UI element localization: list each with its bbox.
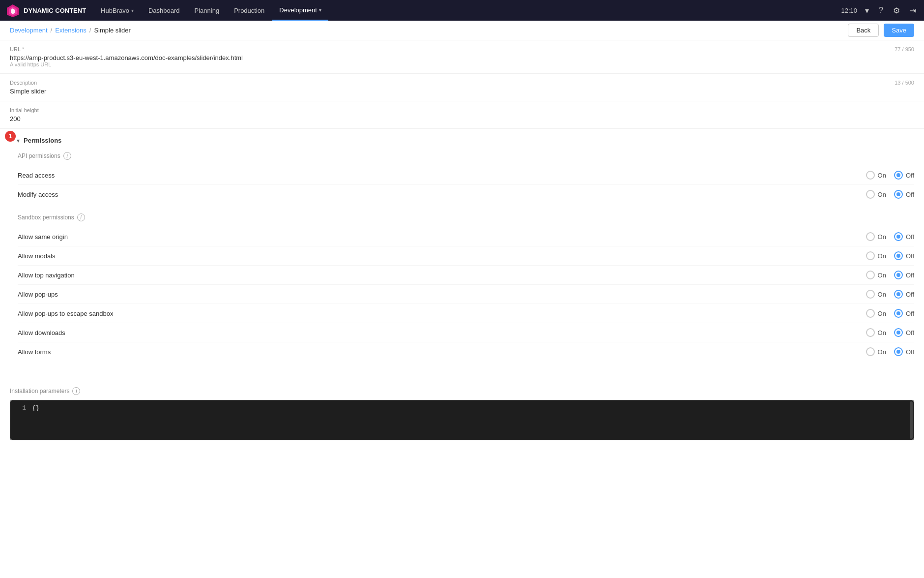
modals-off-radio[interactable]	[894, 251, 903, 260]
popups-escape-off-label: Off	[906, 310, 914, 317]
url-hint: A valid https URL	[10, 61, 243, 67]
description-field: Description Simple slider	[10, 80, 46, 95]
chevron-down-icon[interactable]: ▾	[863, 4, 871, 17]
sandbox-info-icon[interactable]: i	[77, 213, 85, 221]
forms-on-radio[interactable]	[866, 347, 875, 356]
top-nav-on-label: On	[878, 272, 886, 279]
same-origin-on-option[interactable]: On	[866, 232, 886, 241]
same-origin-on-label: On	[878, 233, 886, 241]
downloads-radio-group: On Off	[866, 328, 914, 337]
permissions-header[interactable]: 1 ▾ Permissions	[10, 137, 914, 144]
read-access-on-radio[interactable]	[866, 171, 875, 180]
popups-escape-label: Allow pop-ups to escape sandbox	[18, 310, 113, 317]
modals-on-option[interactable]: On	[866, 251, 886, 260]
url-value: https://amp-product.s3-eu-west-1.amazona…	[10, 54, 243, 61]
nav-item-production[interactable]: Production	[227, 0, 271, 21]
downloads-off-option[interactable]: Off	[894, 328, 914, 337]
nav-item-planning[interactable]: Planning	[188, 0, 227, 21]
installation-params-section: Installation parameters i 1 {}	[0, 379, 924, 448]
breadcrumb-separator-2: /	[89, 27, 91, 34]
read-access-off-radio[interactable]	[894, 171, 903, 180]
popups-off-option[interactable]: Off	[894, 290, 914, 299]
read-access-radio-group: On Off	[866, 171, 914, 180]
top-nav-off-label: Off	[906, 272, 914, 279]
top-nav-on-option[interactable]: On	[866, 271, 886, 279]
breadcrumb-bar: Development / Extensions / Simple slider…	[0, 21, 924, 40]
logo[interactable]: DYNAMIC CONTENT	[6, 3, 86, 17]
permission-row-top-nav: Allow top navigation On Off	[18, 266, 914, 285]
same-origin-radio-group: On Off	[866, 232, 914, 241]
forms-off-option[interactable]: Off	[894, 347, 914, 356]
logout-icon[interactable]: ⇥	[908, 4, 918, 17]
permission-row-modify-access: Modify access On Off	[18, 185, 914, 204]
back-button[interactable]: Back	[848, 24, 879, 37]
downloads-on-radio[interactable]	[866, 328, 875, 337]
save-button[interactable]: Save	[884, 24, 914, 37]
nav-item-dashboard[interactable]: Dashboard	[142, 0, 187, 21]
modify-access-on-radio[interactable]	[866, 190, 875, 199]
forms-on-option[interactable]: On	[866, 347, 886, 356]
settings-icon[interactable]: ⚙	[891, 4, 902, 17]
editor-scrollbar[interactable]	[910, 401, 913, 439]
popups-escape-on-label: On	[878, 310, 886, 317]
code-editor[interactable]: 1 {}	[10, 400, 914, 440]
forms-radio-group: On Off	[866, 347, 914, 356]
modals-on-label: On	[878, 252, 886, 260]
modify-access-off-radio[interactable]	[894, 190, 903, 199]
modals-on-radio[interactable]	[866, 251, 875, 260]
same-origin-off-option[interactable]: Off	[894, 232, 914, 241]
popups-escape-off-option[interactable]: Off	[894, 309, 914, 318]
sandbox-permissions-label: Sandbox permissions i	[18, 213, 914, 221]
install-params-label: Installation parameters i	[10, 387, 914, 395]
forms-label: Allow forms	[18, 348, 51, 356]
nav-items: HubBravo ▾ Dashboard Planning Production…	[94, 0, 841, 21]
api-info-icon[interactable]: i	[63, 152, 71, 160]
permissions-title: Permissions	[24, 137, 61, 144]
same-origin-off-radio[interactable]	[894, 232, 903, 241]
popups-escape-on-radio[interactable]	[866, 309, 875, 318]
top-nav-off-radio[interactable]	[894, 271, 903, 279]
popups-on-option[interactable]: On	[866, 290, 886, 299]
install-params-info-icon[interactable]: i	[72, 387, 80, 395]
popups-escape-on-option[interactable]: On	[866, 309, 886, 318]
read-access-off-option[interactable]: Off	[894, 171, 914, 180]
initial-height-section: Initial height 200	[0, 101, 924, 129]
initial-height-label: Initial height	[10, 107, 914, 113]
nav-item-hubbravo[interactable]: HubBravo ▾	[94, 0, 141, 21]
popups-radio-group: On Off	[866, 290, 914, 299]
forms-on-label: On	[878, 348, 886, 356]
breadcrumb: Development / Extensions / Simple slider	[10, 27, 131, 34]
breadcrumb-extensions[interactable]: Extensions	[55, 27, 87, 34]
code-content[interactable]: {}	[32, 404, 908, 436]
top-nav-off-option[interactable]: Off	[894, 271, 914, 279]
breadcrumb-current: Simple slider	[94, 27, 130, 34]
api-permissions-subsection: API permissions i Read access On Off	[18, 152, 914, 204]
sandbox-permissions-subsection: Sandbox permissions i Allow same origin …	[18, 213, 914, 361]
modify-access-label: Modify access	[18, 191, 58, 198]
popups-escape-off-radio[interactable]	[894, 309, 903, 318]
modify-access-off-option[interactable]: Off	[894, 190, 914, 199]
permissions-section: 1 ▾ Permissions API permissions i Read a…	[0, 129, 924, 379]
initial-height-value: 200	[10, 115, 914, 122]
downloads-off-radio[interactable]	[894, 328, 903, 337]
permission-row-read-access: Read access On Off	[18, 166, 914, 185]
nav-item-development[interactable]: Development ▾	[272, 0, 328, 21]
modals-label: Allow modals	[18, 252, 56, 260]
popups-off-radio[interactable]	[894, 290, 903, 299]
help-icon[interactable]: ?	[877, 4, 885, 17]
read-access-on-option[interactable]: On	[866, 171, 886, 180]
forms-off-radio[interactable]	[894, 347, 903, 356]
modals-off-option[interactable]: Off	[894, 251, 914, 260]
api-permissions-label: API permissions i	[18, 152, 914, 160]
step-badge: 1	[5, 131, 16, 142]
modify-access-on-option[interactable]: On	[866, 190, 886, 199]
downloads-on-option[interactable]: On	[866, 328, 886, 337]
popups-on-radio[interactable]	[866, 290, 875, 299]
modify-access-radio-group: On Off	[866, 190, 914, 199]
url-field: URL * https://amp-product.s3-eu-west-1.a…	[10, 46, 243, 67]
brand-name: DYNAMIC CONTENT	[24, 7, 86, 14]
permission-row-downloads: Allow downloads On Off	[18, 323, 914, 342]
same-origin-on-radio[interactable]	[866, 232, 875, 241]
breadcrumb-development[interactable]: Development	[10, 27, 48, 34]
top-nav-on-radio[interactable]	[866, 271, 875, 279]
